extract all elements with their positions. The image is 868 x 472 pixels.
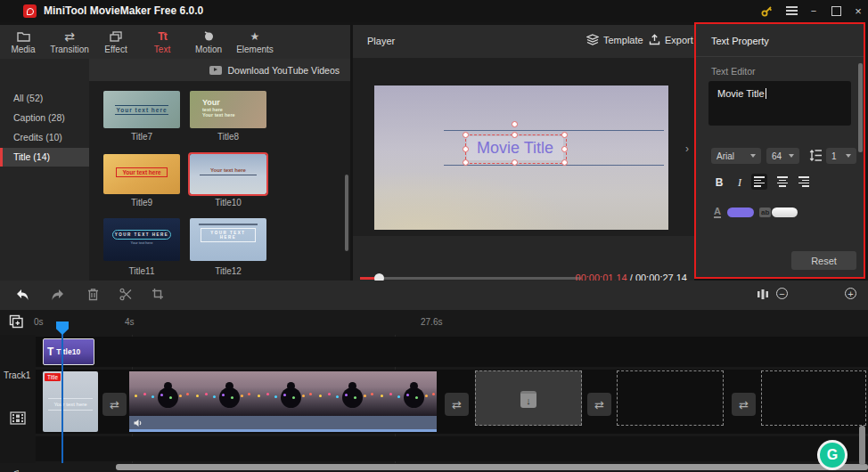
timeline-title-clip-selected[interactable]: T Title10 [43, 338, 94, 365]
text-property-title: Text Property [711, 36, 769, 46]
bold-button[interactable]: B [711, 175, 727, 191]
layers-icon [586, 34, 599, 45]
resize-handle[interactable] [463, 146, 469, 152]
transition-slot-button[interactable]: ⇄ [732, 393, 756, 416]
menu-button[interactable] [782, 3, 800, 19]
line-spacing-select[interactable]: 1 [826, 148, 856, 164]
activate-key-icon[interactable] [757, 3, 775, 19]
timeline-horizontal-scrollbar[interactable] [116, 464, 868, 470]
template-title7-label: Title7 [103, 132, 180, 142]
transition-slot-button[interactable]: ⇄ [445, 393, 469, 416]
tab-label: Media [11, 45, 35, 54]
reset-button[interactable]: Reset [791, 251, 856, 270]
sidebar-item-caption[interactable]: Caption (28) [0, 109, 89, 127]
timeline-title-video-clip[interactable]: Title Your text here [43, 371, 98, 432]
resize-handle[interactable] [561, 159, 568, 166]
template-title8-thumb[interactable]: Your text here Your text here [190, 91, 266, 128]
template-preview-text: Your text here [115, 105, 168, 115]
tab-elements[interactable]: ★ Elements [232, 25, 278, 59]
timeline-video-clip[interactable] [129, 371, 437, 432]
template-title10-thumb-selected[interactable]: Your text here [190, 154, 266, 194]
highlight-color-swatch[interactable] [772, 208, 798, 217]
text-editor-input[interactable]: Movie Title [708, 81, 851, 126]
template-title11-thumb[interactable]: YOUR TEXT HERE Your text here [103, 218, 180, 261]
font-family-select[interactable]: Arial [711, 148, 761, 164]
minimize-button[interactable]: − [805, 3, 823, 19]
resize-handle[interactable] [561, 132, 568, 138]
clip-drop-zone[interactable] [761, 370, 866, 426]
align-right-button[interactable] [796, 174, 812, 190]
tab-motion[interactable]: Motion [185, 25, 232, 59]
template-title12-thumb[interactable]: YOUR TEXT HERE [190, 218, 266, 261]
sidebar-item-title[interactable]: Title (14) [0, 148, 89, 167]
template-title10-label: Title10 [190, 198, 266, 208]
template-button-label: Template [603, 35, 643, 45]
collapse-panel-icon[interactable]: › [685, 142, 689, 155]
tab-text[interactable]: Tt Text [139, 25, 185, 59]
timeline-vertical-scrollbar[interactable] [859, 426, 865, 465]
tab-transition[interactable]: ⇄ Transition [46, 25, 93, 59]
template-button[interactable]: Template [586, 34, 643, 45]
maximize-button[interactable] [827, 3, 845, 19]
align-left-button[interactable] [751, 174, 767, 190]
italic-button[interactable]: I [732, 175, 748, 191]
transition-slot-button[interactable]: ⇄ [587, 393, 611, 416]
template-preview-text: YOUR TEXT HERE [112, 230, 171, 240]
grammarly-badge[interactable]: G [817, 440, 848, 470]
sidebar-item-all[interactable]: All (52) [0, 89, 89, 108]
template-title12-label: Title12 [190, 266, 266, 276]
ruler-tick: 4s [125, 317, 135, 327]
resize-handle[interactable] [512, 132, 518, 138]
redo-button[interactable] [50, 288, 65, 302]
template-preview-text: Your text here [116, 167, 168, 177]
tab-label: Text [154, 45, 170, 54]
app-title: MiniTool MovieMaker Free 6.0.0 [44, 4, 203, 17]
undo-button[interactable] [15, 288, 30, 302]
chevron-down-icon [789, 154, 794, 158]
split-scissors-icon[interactable] [119, 288, 133, 301]
download-youtube-label: Download YouTube Videos [227, 65, 340, 76]
sidebar-item-credits[interactable]: Credits (10) [0, 128, 89, 147]
tab-media[interactable]: Media [0, 25, 46, 59]
zoom-in-button[interactable]: + [845, 288, 856, 299]
rotate-handle[interactable] [512, 121, 518, 127]
close-button[interactable]: × [849, 3, 867, 19]
font-color-swatch[interactable] [727, 208, 754, 217]
font-size-select[interactable]: 64 [766, 148, 799, 164]
manage-tracks-icon[interactable] [9, 314, 24, 329]
seek-bar[interactable] [360, 277, 581, 280]
resize-handle[interactable] [512, 159, 518, 166]
transition-slot-button[interactable]: ⇄ [102, 393, 127, 416]
text-editor-label: Text Editor [711, 66, 756, 77]
template-preview-text: Your text here [202, 112, 266, 118]
timeline-ruler[interactable]: 0s 4s 27.6s [0, 310, 868, 335]
download-youtube-link[interactable]: Download YouTube Videos [89, 59, 350, 81]
resize-handle[interactable] [463, 132, 469, 138]
template-preview-text: Your text here [200, 167, 257, 175]
template-title9-thumb[interactable]: Your text here [103, 154, 180, 194]
template-scrollbar[interactable] [345, 175, 348, 251]
text-clip-icon: T [47, 346, 53, 358]
export-button[interactable]: Export [649, 34, 693, 45]
zoom-out-button[interactable]: − [776, 288, 788, 299]
template-title7-thumb[interactable]: Your text here [103, 91, 180, 128]
youtube-download-icon [209, 66, 222, 75]
playhead-line[interactable] [61, 322, 63, 463]
player-stage: Movie Title 00:00:01.14 / 00:00:27.14 [353, 58, 694, 236]
preview-canvas[interactable]: Movie Title [374, 85, 668, 230]
align-center-button[interactable] [774, 174, 790, 190]
text-property-scrollbar[interactable] [858, 63, 863, 152]
clip-drop-zone[interactable] [617, 370, 724, 426]
crop-icon[interactable] [151, 288, 164, 300]
font-color-icon: A [714, 206, 721, 218]
clip-drop-zone[interactable]: ↓ [475, 370, 582, 426]
fit-timeline-icon[interactable] [757, 289, 769, 300]
player-panel: Player Template Export Movie Title [353, 25, 694, 281]
tab-effect[interactable]: Effect [93, 25, 139, 59]
tab-label: Transition [50, 45, 89, 54]
resize-handle[interactable] [463, 159, 469, 166]
track1-label: Track1 [4, 370, 30, 380]
delete-icon[interactable] [87, 288, 99, 301]
resize-handle[interactable] [561, 146, 568, 152]
template-preview-text: YOUR TEXT HERE [201, 228, 256, 242]
